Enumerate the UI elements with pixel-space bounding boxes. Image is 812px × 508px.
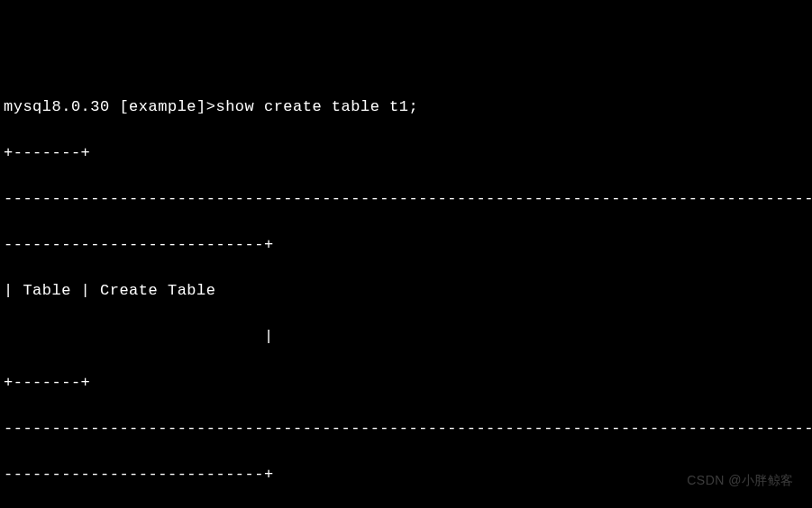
header-spacer: | <box>4 325 808 349</box>
border-mid: +-------+ <box>4 371 808 395</box>
prompt-line-1: mysql8.0.30 [example]>show create table … <box>4 95 808 119</box>
border-dash: ----------------------------------------… <box>4 417 808 440</box>
header-row: | Table | Create Table <box>4 279 808 303</box>
border-dash: ----------------------------------------… <box>4 187 808 211</box>
watermark: CSDN @小胖鲸客 <box>687 471 794 490</box>
border-top: +-------+ <box>4 141 808 165</box>
border-dash-end: ---------------------------+ <box>4 233 808 257</box>
